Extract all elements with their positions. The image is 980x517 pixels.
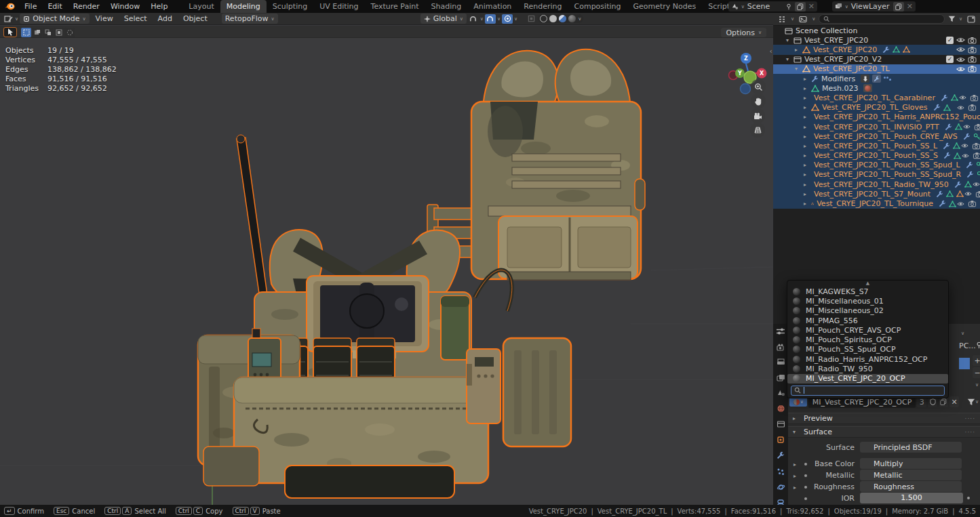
expand-icon[interactable] xyxy=(804,201,811,207)
collection-checkbox[interactable]: ✓ xyxy=(946,37,954,44)
hide-eye-icon[interactable] xyxy=(956,56,965,63)
snap-magnet-toggle[interactable] xyxy=(485,14,496,24)
editor-type-icon[interactable] xyxy=(3,14,14,24)
outliner-row-object[interactable]: Vest_CRYE_JPC20 xyxy=(773,45,980,54)
snap-target-icon[interactable] xyxy=(468,14,479,24)
outliner-row-collection[interactable]: Vest_CRYE_JPC20 ✓ xyxy=(773,35,980,45)
expand-icon[interactable] xyxy=(804,104,811,110)
expand-icon[interactable] xyxy=(804,171,811,178)
outliner-row-scene-collection[interactable]: Scene Collection xyxy=(773,26,980,35)
add-viewlayer-button[interactable] xyxy=(893,2,904,12)
material-slot-selected[interactable] xyxy=(959,358,970,369)
outliner-row-object[interactable]: Vest_CRYE_JPC20_TL_INVISIO_PTT xyxy=(773,122,980,131)
tab-uv-editing[interactable]: UV Editing xyxy=(313,0,364,13)
expand-icon[interactable] xyxy=(804,152,811,159)
render-visibility-icon[interactable] xyxy=(968,65,977,73)
material-item[interactable]: MI_Pouch_CRYE_AVS_OCP xyxy=(787,325,948,335)
material-item[interactable]: MI_KAGWEKS_S7 xyxy=(787,287,948,296)
menu-file[interactable]: File xyxy=(19,0,42,13)
tab-world[interactable] xyxy=(777,405,785,415)
tab-render[interactable] xyxy=(777,344,785,353)
outliner-search[interactable] xyxy=(819,14,945,24)
surface-panel-header[interactable]: Surface ···· xyxy=(788,426,980,438)
render-visibility-icon[interactable] xyxy=(968,46,977,54)
tab-scene[interactable] xyxy=(777,389,785,398)
outliner-row-object[interactable]: Vest_CRYE_JPC20_TL_Pouch_SS_S xyxy=(773,151,980,161)
sidebar-toggle-icon[interactable]: ‹ xyxy=(770,47,772,56)
add-slot-button[interactable]: + xyxy=(973,355,980,366)
expand-icon[interactable] xyxy=(804,124,811,130)
render-visibility-icon[interactable] xyxy=(968,56,977,63)
options-dropdown[interactable]: Options ∨ xyxy=(721,28,766,37)
outliner-row-object[interactable]: Vest_CRYE_JPC20_TL_Radio_TW_950 xyxy=(773,180,980,189)
3d-viewport[interactable]: Y Z X ∨ Object Mode ∨ View Select Add Ob… xyxy=(0,13,773,505)
camera-view-button[interactable] xyxy=(750,108,765,123)
expand-icon[interactable] xyxy=(786,37,793,43)
browse-material-button[interactable]: ∨ xyxy=(789,397,807,407)
metallic-value-button[interactable]: Metallic xyxy=(860,470,962,480)
collection-checkbox[interactable]: ✓ xyxy=(946,56,954,63)
transform-orientation-dropdown[interactable]: Global ∨ xyxy=(420,14,467,24)
popup-search-field[interactable] xyxy=(791,386,945,396)
hide-eye-icon[interactable] xyxy=(956,66,965,73)
tab-sculpting[interactable]: Sculpting xyxy=(267,0,313,13)
scene-selector[interactable]: ∨ Scene ✕ xyxy=(728,1,817,12)
material-item[interactable]: MI_PMAG_556 xyxy=(787,316,948,325)
tab-texture-paint[interactable]: Texture Paint xyxy=(365,0,425,13)
xray-toggle[interactable] xyxy=(526,14,536,24)
menu-window[interactable]: Window xyxy=(105,0,145,13)
select-invert-button[interactable] xyxy=(54,28,64,37)
unlink-material-button[interactable]: ✕ xyxy=(949,396,959,407)
render-visibility-icon[interactable] xyxy=(968,37,977,44)
material-item[interactable]: MI_Miscellaneous_02 xyxy=(787,306,948,316)
new-scene-button[interactable] xyxy=(795,2,806,12)
filter-icon[interactable] xyxy=(967,398,975,406)
expand-icon[interactable] xyxy=(804,143,811,149)
expand-icon[interactable] xyxy=(804,114,811,120)
menu-object[interactable]: Object xyxy=(178,14,212,23)
viewlayer-selector[interactable]: ∨ ViewLayer ✕ xyxy=(832,1,916,12)
hide-eye-icon[interactable] xyxy=(956,46,965,53)
scroll-up-icon[interactable]: ▲ xyxy=(787,281,948,287)
menu-select[interactable]: Select xyxy=(119,14,152,23)
expand-icon[interactable] xyxy=(804,182,811,188)
display-mode-icon[interactable] xyxy=(798,14,808,24)
menu-add[interactable]: Add xyxy=(153,14,177,23)
material-item[interactable]: MI_Pouch_SS_Spud_OCP xyxy=(787,345,948,354)
outliner-row-object[interactable]: Vest_CRYE_JPC20_TL_Gloves xyxy=(773,103,980,112)
expand-icon[interactable] xyxy=(804,162,811,168)
outliner-settings-icon[interactable] xyxy=(966,14,977,24)
tab-modifiers[interactable] xyxy=(777,451,785,461)
slot-specials-icon[interactable]: ∨ xyxy=(975,382,979,388)
select-box-new-button[interactable] xyxy=(21,28,31,37)
material-item[interactable]: MI_Radio_TW_950 xyxy=(787,364,948,373)
tab-modeling[interactable]: Modeling xyxy=(220,0,267,13)
pan-hand-button[interactable] xyxy=(751,94,766,108)
outliner-row-object[interactable]: Vest_CRYE_JPC20_TL_Pouch_SS_Spud_L xyxy=(773,161,980,170)
editor-type-icon[interactable] xyxy=(776,327,785,337)
outliner-row-object[interactable]: Vest_CRYE_JPC20_TL_Pouch_SS_Spud_R xyxy=(773,170,980,180)
tab-compositing[interactable]: Compositing xyxy=(568,0,627,13)
tab-collection[interactable] xyxy=(777,420,785,430)
material-item[interactable]: MI_Miscellaneous_01 xyxy=(787,296,948,306)
expand-icon[interactable] xyxy=(795,47,802,53)
expand-icon[interactable] xyxy=(795,66,802,72)
outliner-row-object[interactable]: Vest_CRYE_JPC20_TL_S7_Mount xyxy=(773,189,980,199)
tab-view-layer[interactable] xyxy=(777,374,785,384)
surface-value-button[interactable]: Principled BSDF xyxy=(860,442,962,453)
proportional-editing-toggle[interactable] xyxy=(502,14,513,24)
expand-icon[interactable] xyxy=(804,95,811,101)
tweak-tool-button[interactable] xyxy=(3,27,17,37)
panel-drag-icon[interactable]: ···· xyxy=(965,429,975,436)
menu-render[interactable]: Render xyxy=(68,0,105,13)
tab-geometry-nodes[interactable]: Geometry Nodes xyxy=(627,0,702,13)
zoom-button[interactable] xyxy=(751,79,766,94)
orthographic-toggle-button[interactable] xyxy=(750,123,765,138)
outliner-row-active-object[interactable]: Vest_CRYE_JPC20_TL xyxy=(773,64,980,74)
base-color-value-button[interactable]: Multiply xyxy=(860,458,962,469)
shading-wireframe-button[interactable] xyxy=(540,15,547,22)
tab-particles[interactable] xyxy=(777,468,785,478)
search-input[interactable] xyxy=(832,16,939,23)
pin-icon[interactable] xyxy=(785,3,792,10)
outliner-row-mesh-data[interactable]: Mesh.023 xyxy=(773,83,980,93)
